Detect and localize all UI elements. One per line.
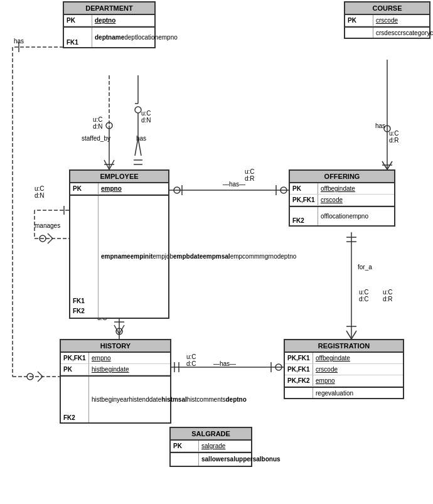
entity-department-header: DEPARTMENT bbox=[64, 3, 154, 15]
sal-pk-label: PK bbox=[171, 441, 199, 451]
emp-pk-label: PK bbox=[70, 183, 99, 194]
label-staffed-by: staffed_by bbox=[82, 135, 110, 142]
dept-fk1-label: FK1 bbox=[64, 28, 92, 47]
emp-fk-labels: FK1 FK2 bbox=[70, 196, 99, 318]
course-crsdesc: crsdesc bbox=[376, 29, 397, 36]
label-has-dept-emp: has bbox=[136, 135, 146, 142]
entity-registration: REGISTRATION PK,FK1 offbegindate PK,FK1 … bbox=[284, 339, 404, 399]
emp-empname: empname bbox=[101, 252, 131, 262]
course-fields: crsdesc crscategory crsduration bbox=[373, 28, 433, 38]
hist-deptno: deptno bbox=[225, 395, 246, 405]
label-dc-hist-reg: d:C bbox=[186, 360, 196, 367]
hist-histenddate: histenddate bbox=[129, 395, 161, 405]
sal-sallower: sallower bbox=[201, 454, 227, 464]
entity-course: COURSE PK crscode crsdesc crscategory cr… bbox=[344, 1, 430, 39]
dept-deptlocation: deptlocation bbox=[124, 34, 158, 41]
label-uc-dept-emp: u:C bbox=[93, 116, 103, 123]
entity-history: HISTORY PK,FK1 empno PK histbegindate FK… bbox=[60, 339, 171, 424]
reg-pk-fk2-field: empno bbox=[313, 375, 403, 386]
emp-mgrno: mgrno bbox=[259, 252, 277, 262]
emp-empbdate: empbdate bbox=[173, 252, 203, 262]
label-uc2-off-reg: u:C bbox=[383, 289, 393, 296]
svg-line-60 bbox=[38, 372, 43, 377]
svg-line-31 bbox=[346, 331, 351, 339]
label-uc-emp-off: u:C bbox=[245, 168, 255, 175]
course-crscategory: crscategory bbox=[397, 29, 430, 36]
dept-pk-label: PK bbox=[64, 15, 92, 26]
course-f1-label bbox=[345, 28, 373, 38]
off-fk2-label: FK2 bbox=[290, 207, 318, 225]
emp-pk-field: empno bbox=[99, 183, 168, 194]
emp-deptno: deptno bbox=[277, 252, 297, 262]
reg-regevaluation: regevaluation bbox=[316, 390, 353, 397]
off-empno: empno bbox=[349, 213, 368, 220]
label-uc2: u:C bbox=[141, 110, 151, 117]
hist-pk-label: PK bbox=[61, 364, 89, 375]
svg-line-52 bbox=[48, 233, 53, 239]
entity-course-header: COURSE bbox=[345, 3, 429, 15]
course-pk-label: PK bbox=[345, 15, 373, 26]
svg-line-39 bbox=[114, 325, 119, 334]
diagram-container: u:C d:N u:C d:N staffed_by has u:C d:R —… bbox=[0, 0, 433, 504]
reg-pk-fk1b-field: crscode bbox=[313, 364, 403, 375]
label-uc-course: u:C bbox=[389, 130, 399, 137]
svg-point-3 bbox=[106, 122, 112, 129]
course-crsduration: crsduration bbox=[430, 29, 433, 36]
reg-pk-fk1-field: offbegindate bbox=[313, 353, 403, 363]
reg-fields: regevaluation bbox=[313, 388, 403, 398]
emp-empcomm: empcomm bbox=[230, 252, 260, 262]
svg-point-51 bbox=[40, 235, 46, 242]
label-has-left: has bbox=[14, 38, 24, 45]
off-pk-field: offbegindate bbox=[318, 183, 394, 194]
label-uc-hist-reg: u:C bbox=[186, 353, 196, 360]
label-has-course-off: has bbox=[375, 122, 385, 129]
off-pk-fk1-field: crscode bbox=[318, 195, 394, 205]
reg-pk-fk2-label: PK,FK2 bbox=[285, 375, 313, 386]
svg-point-38 bbox=[116, 328, 122, 335]
hist-pk-field: histbegindate bbox=[89, 364, 170, 375]
label-has-emp-off: —has— bbox=[223, 181, 245, 188]
label-dn-manages: d:N bbox=[35, 192, 45, 199]
dept-fields: deptname deptlocation empno bbox=[92, 28, 180, 47]
label-manages: manages bbox=[35, 222, 60, 229]
svg-point-19 bbox=[281, 187, 287, 193]
emp-empjob: empjob bbox=[152, 252, 173, 262]
reg-pk-fk1b-label: PK,FK1 bbox=[285, 364, 313, 375]
reg-pk-fk1-label: PK,FK1 bbox=[285, 353, 313, 363]
svg-line-61 bbox=[38, 377, 43, 382]
label-dc-off-reg: d:C bbox=[359, 296, 369, 303]
off-offlocation: offlocation bbox=[321, 213, 349, 220]
svg-line-25 bbox=[387, 161, 392, 169]
entity-employee: EMPLOYEE PK empno FK1 FK2 empname empini… bbox=[69, 169, 169, 319]
label-uc-manages: u:C bbox=[35, 185, 45, 192]
hist-pk-fk1-field: empno bbox=[89, 353, 170, 363]
svg-line-32 bbox=[351, 331, 356, 339]
label-dr-emp-off: d:R bbox=[245, 175, 255, 182]
svg-line-4 bbox=[104, 160, 109, 169]
svg-line-24 bbox=[382, 161, 387, 169]
entity-salgrade-header: SALGRADE bbox=[171, 428, 251, 441]
label-dn-dept-emp: d:N bbox=[93, 123, 103, 130]
svg-line-40 bbox=[119, 325, 124, 334]
entity-salgrade: SALGRADE PK salgrade sallower salupper s… bbox=[169, 427, 252, 467]
dept-deptname: deptname bbox=[95, 34, 124, 41]
svg-point-17 bbox=[174, 187, 180, 193]
hist-fk2-label: FK2 bbox=[61, 377, 89, 422]
entity-offering-header: OFFERING bbox=[290, 171, 394, 183]
emp-fields: empname empinit empjob empbdate empmsal … bbox=[99, 196, 299, 318]
hist-fields: histbeginyear histenddate histmsal histc… bbox=[89, 377, 249, 422]
label-has-hist-reg: —has— bbox=[213, 360, 236, 367]
off-pk-label: PK bbox=[290, 183, 318, 194]
label-for-a: for_a bbox=[358, 264, 372, 271]
off-fields: offlocation empno bbox=[318, 207, 394, 225]
dept-empno: empno bbox=[158, 34, 178, 41]
dept-pk-field: deptno bbox=[92, 15, 154, 26]
emp-empinit: empinit bbox=[131, 252, 153, 262]
svg-line-53 bbox=[48, 239, 53, 244]
hist-pk-fk1-label: PK,FK1 bbox=[61, 353, 89, 363]
sal-salbonus: salbonus bbox=[253, 454, 281, 464]
hist-histmsal: histmsal bbox=[161, 395, 187, 405]
entity-history-header: HISTORY bbox=[61, 340, 170, 353]
sal-fields: sallower salupper salbonus bbox=[199, 453, 283, 466]
sal-salupper: salupper bbox=[227, 454, 253, 464]
